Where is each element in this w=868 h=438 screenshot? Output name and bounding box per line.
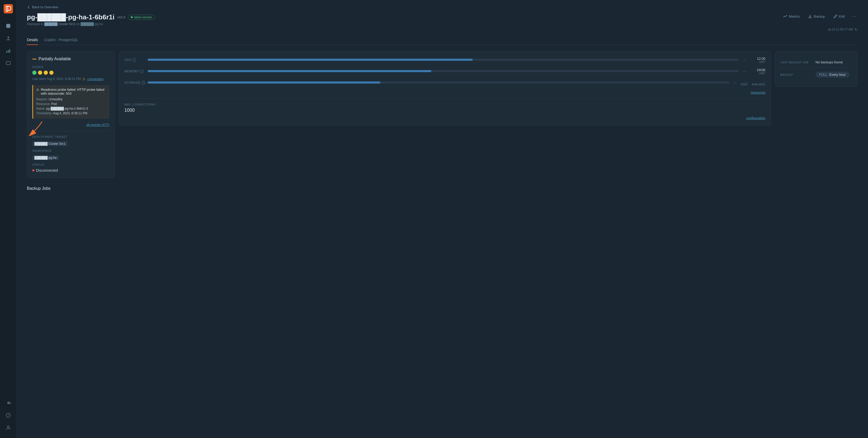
edit-label: Edit xyxy=(839,14,845,18)
memory-limit-val: 24GB xyxy=(757,68,765,72)
cpu-bar-fill xyxy=(148,59,473,61)
cpu-row: CPU i ··· 12.00 LIMIT xyxy=(124,57,765,63)
storage-available-col: ... AVAILABLE xyxy=(752,80,765,86)
cpu-bar xyxy=(148,59,739,61)
edit-button[interactable]: Edit xyxy=(831,13,847,20)
memory-info-icon[interactable]: i xyxy=(140,69,144,73)
sidebar-item-database[interactable] xyxy=(3,21,13,31)
cpu-info-icon[interactable]: i xyxy=(132,58,136,62)
storage-row: STORAGE i ··· ... USED ... AVA xyxy=(124,80,765,86)
svg-point-8 xyxy=(7,426,9,428)
backup-badge-container: FULL Every hour xyxy=(815,72,849,77)
storage-avail-val: ... xyxy=(752,80,765,83)
backup-badge: FULL Every hour xyxy=(815,72,849,77)
connection-status-section: STATUS Disconnected xyxy=(32,163,110,173)
backup-type: FULL xyxy=(819,73,828,76)
cpu-limit-label: LIMIT xyxy=(758,61,765,63)
cpu-dots: ··· xyxy=(741,58,747,62)
app-logo[interactable] xyxy=(4,4,13,13)
status-label: STATUS xyxy=(32,163,110,166)
node-dot-1 xyxy=(32,71,36,75)
cpu-limit: 12.00 LIMIT xyxy=(750,57,765,63)
tab-copilot[interactable]: Copilot - PostgreSQL xyxy=(44,36,79,45)
sidebar-item-billing[interactable] xyxy=(3,58,13,68)
header-actions: Metrics Backup Edit ⋯ xyxy=(781,13,858,20)
sidebar-item-settings[interactable] xyxy=(3,398,13,408)
last-seen-text: Last seen Aug 4, 2023, 8:38:31 PM xyxy=(32,77,81,81)
configuration-link[interactable]: configuration xyxy=(746,116,765,120)
max-conn-val: 1000 xyxy=(124,107,765,113)
backup-button[interactable]: Backup xyxy=(806,13,827,20)
backup-section: LAST BACKUP JOB No backups found BACKUP … xyxy=(780,57,852,81)
status-dash-icon xyxy=(32,59,36,60)
connection-link[interactable]: connection xyxy=(87,77,103,81)
back-to-overview-link[interactable]: Back to Overview xyxy=(27,5,858,9)
nodes-row xyxy=(32,71,110,75)
alert-warn-icon: ⚠ xyxy=(36,88,39,92)
last-backup-job-row: LAST BACKUP JOB No backups found xyxy=(780,57,852,68)
alert-title-text: Readiness probe failed: HTTP probe faile… xyxy=(41,88,106,95)
cpu-label: CPU i xyxy=(124,58,145,62)
status-card: Partially Available NODES Last seen Aug … xyxy=(27,51,115,178)
storage-label: STORAGE i xyxy=(124,81,145,85)
resources-card: CPU i ··· 12.00 LIMIT MEMORY i xyxy=(119,51,771,125)
refresh-icon[interactable]: ↻ xyxy=(855,27,858,32)
memory-limit-label: LIMIT xyxy=(758,72,765,75)
divider xyxy=(32,131,110,131)
resources-divider xyxy=(124,98,765,99)
status-row: Disconnected xyxy=(32,168,110,173)
sidebar-item-analytics[interactable] xyxy=(3,45,13,56)
backup-schedule: Every hour xyxy=(830,73,846,76)
deployment-section: DEPLOYMENT TARGET ██████ Cluster Src1 xyxy=(32,135,110,146)
sidebar-item-help[interactable]: ? xyxy=(3,410,13,420)
nodes-label: NODES xyxy=(32,65,110,68)
backup-card: LAST BACKUP JOB No backups found BACKUP … xyxy=(775,51,858,87)
last-seen-row: Last seen Aug 4, 2023, 8:38:31 PM ⚠ conn… xyxy=(32,77,110,81)
deployed-on: on ██████-pg-ha xyxy=(76,22,103,26)
sidebar: ? xyxy=(0,0,17,438)
backup-row: BACKUP FULL Every hour xyxy=(780,68,852,81)
card-status-header: Partially Available xyxy=(32,57,110,61)
sidebar-item-user[interactable] xyxy=(3,423,13,433)
max-connections-section: MAX_CONNECTIONS 1000 xyxy=(124,103,765,113)
last-backup-job-key: LAST BACKUP JOB xyxy=(780,61,811,64)
metrics-button[interactable]: Metrics xyxy=(781,13,802,20)
alert-reason: Reason: Unhealthy xyxy=(36,97,106,101)
memory-bar-fill xyxy=(148,70,431,72)
alert-resource: Resource: Pod xyxy=(36,102,106,106)
sidebar-item-upload[interactable] xyxy=(3,33,13,43)
storage-bar-fill xyxy=(148,82,380,84)
memory-row: MEMORY i ··· 24GB LIMIT xyxy=(124,68,765,75)
alert-name: Name: pg-██████-pg-ha-1-6b6r1i-3 xyxy=(36,107,106,111)
resources-link[interactable]: resources xyxy=(751,91,765,94)
namespace-val: ██████-pg-ha xyxy=(32,155,59,160)
backup-jobs-title: Backup Jobs xyxy=(27,186,858,191)
alert-timestamp: Timestamp: Aug 4, 2023, 8:38:11 PM xyxy=(36,112,106,115)
alert-title: ⚠ Readiness probe failed: HTTP probe fai… xyxy=(36,88,106,95)
storage-used-label: USED xyxy=(741,83,748,86)
deployment-target-label: DEPLOYMENT TARGET xyxy=(32,135,110,138)
all-events-link[interactable]: all events (477) xyxy=(86,123,110,127)
max-conn-label: MAX_CONNECTIONS xyxy=(124,103,765,106)
backup-key: BACKUP xyxy=(780,73,811,76)
disconnected-label: Disconnected xyxy=(36,168,58,173)
configuration-link-row: configuration xyxy=(124,116,765,120)
backup-label: Backup xyxy=(814,14,825,18)
namespace-label: NAMESPACE xyxy=(32,149,110,152)
node-dot-4 xyxy=(50,71,54,75)
storage-used-val: ... xyxy=(741,80,748,83)
main-content: Back to Overview pg-██████-pg-ha-1-6b6r1… xyxy=(17,0,868,438)
cluster-name: ██████ Cluster Src1 xyxy=(44,22,75,26)
title-area: pg-██████-pg-ha-1-6b6r1i v15.3 latest ve… xyxy=(27,13,155,26)
all-events-row: all events (477) xyxy=(32,123,110,127)
more-options-button[interactable]: ⋯ xyxy=(851,13,858,19)
storage-info-icon[interactable]: i xyxy=(142,81,145,85)
storage-bar xyxy=(148,82,730,84)
warning-icon: ⚠ xyxy=(82,77,86,81)
disconnected-dot xyxy=(32,169,34,171)
memory-bar xyxy=(148,70,739,72)
node-dot-3 xyxy=(44,71,48,75)
tab-details[interactable]: Details xyxy=(27,36,38,45)
timestamp-label: as of 11:05:17 AM xyxy=(828,28,853,31)
back-label: Back to Overview xyxy=(32,5,58,9)
